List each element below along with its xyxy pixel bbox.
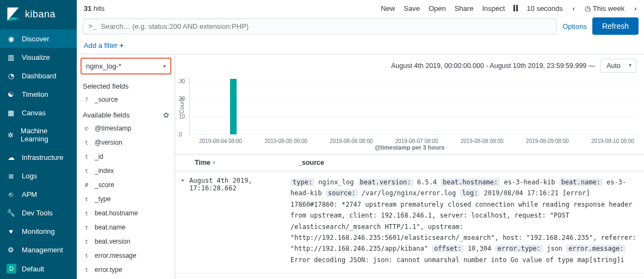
doc-row: ▸August 4th 2019, 17:16:28.662type: ngin… [175, 171, 644, 274]
field-@version[interactable]: t@version [77, 135, 175, 150]
logo[interactable]: kibana [0, 0, 77, 29]
topbar-new[interactable]: New [381, 4, 395, 13]
time-prev-icon[interactable]: ‹ [572, 4, 576, 13]
xtick: 2019-08-10 08:00 [591, 138, 634, 144]
add-filter[interactable]: Add a filter + [84, 41, 123, 49]
nav-label: Timelion [22, 90, 48, 98]
expand-icon[interactable]: ▸ [182, 177, 189, 265]
gear-icon: ⚙ [7, 245, 15, 254]
field-name: _score [95, 181, 114, 189]
nav-discover[interactable]: ◉Discover [0, 29, 77, 48]
plus-icon: + [120, 41, 124, 49]
search-box[interactable]: >_ [83, 18, 557, 34]
field-type-icon: # [83, 182, 90, 189]
search-options[interactable]: Options [562, 22, 587, 30]
nav-apm[interactable]: ⎋APM [0, 185, 77, 203]
doc-source: type: nginx_log beat.version: 6.5.4 beat… [290, 177, 637, 265]
xtick: 2019-08-07 08:00 [395, 138, 438, 144]
field-type-icon: t [83, 210, 90, 217]
chart-xcaption: @timestamp per 3 hours [175, 144, 644, 154]
field-type-icon: t [83, 168, 90, 175]
nav-label: Dev Tools [22, 209, 53, 217]
field-name: @timestamp [95, 125, 132, 132]
field-name: _source [95, 96, 118, 103]
field-type-icon: t [83, 153, 90, 160]
index-pattern-select[interactable]: nginx_log-* ▾ [81, 58, 171, 75]
field-_type[interactable]: t_type [77, 192, 175, 206]
kibana-logo-icon [5, 7, 21, 22]
hit-count: 31 hits [84, 4, 104, 13]
selected-fields-head: Selected fields [77, 78, 175, 92]
wrench-icon: 🔧 [7, 208, 15, 217]
space-label: Default [22, 265, 44, 273]
nav-label: Management [22, 246, 63, 254]
space-switcher[interactable]: D Default [0, 259, 77, 279]
field-beat.hostname[interactable]: tbeat.hostname [77, 206, 175, 220]
topbar-inspect[interactable]: Inspect [482, 4, 505, 13]
nav-canvas[interactable]: ▦Canvas [0, 103, 77, 122]
refresh-interval[interactable]: 10 seconds [527, 4, 563, 13]
nav-dashboard[interactable]: ◔Dashboard [0, 66, 77, 85]
nav-label: Machine Learning [21, 127, 70, 143]
field-_source[interactable]: ?_source [77, 92, 175, 107]
field-_score[interactable]: #_score [77, 178, 175, 192]
nav-visualize[interactable]: ▥Visualize [0, 48, 77, 66]
field-beat.name[interactable]: tbeat.name [77, 220, 175, 234]
doc-time: August 4th 2019, 17:16:28.662 [189, 177, 290, 265]
field-_index[interactable]: t_index [77, 164, 175, 178]
field-type-icon: © [83, 125, 90, 132]
bar-icon: ▥ [7, 53, 15, 61]
nav-management[interactable]: ⚙Management [0, 240, 77, 259]
histogram-chart[interactable]: Count 0102030 [175, 77, 644, 137]
nav-label: Discover [22, 35, 49, 43]
sidebar: kibana ◉Discover▥Visualize◔Dashboard☯Tim… [0, 0, 77, 279]
compass-icon: ◉ [7, 34, 15, 43]
nav-label: Canvas [22, 109, 46, 117]
nav-timelion[interactable]: ☯Timelion [0, 85, 77, 103]
field-error.message[interactable]: terror.message [77, 249, 175, 263]
field-error.type[interactable]: terror.type [77, 263, 175, 277]
field-@timestamp[interactable]: ©@timestamp [77, 121, 175, 135]
index-pattern-value: nginx_log-* [86, 62, 121, 70]
nav-logs[interactable]: ≣Logs [0, 166, 77, 185]
col-source-header[interactable]: _source [298, 159, 324, 166]
field-type-icon: t [83, 252, 90, 259]
nav-label: Monitoring [22, 227, 55, 235]
field-host.name[interactable]: thost.name [77, 277, 175, 279]
field-type-icon: t [83, 139, 90, 146]
field-type-icon: t [83, 196, 90, 203]
field-name: _index [95, 167, 114, 175]
topbar-save[interactable]: Save [404, 4, 420, 13]
doc-row: ▸August 4th 2019, 17:15:48.271type: ngin… [175, 274, 644, 279]
topbar-share[interactable]: Share [455, 4, 474, 13]
chart-bar[interactable] [230, 79, 237, 134]
interval-select[interactable]: Auto [600, 59, 636, 73]
pause-icon[interactable] [513, 5, 518, 11]
nav-ml[interactable]: ✲Machine Learning [0, 122, 77, 148]
col-time-header[interactable]: Time▾ [195, 159, 293, 166]
nav-label: Visualize [22, 53, 50, 61]
nav-label: Logs [22, 172, 37, 180]
nav-infra[interactable]: ☁Infrastructure [0, 148, 77, 166]
gauge-icon: ◔ [7, 71, 15, 80]
fields-settings-icon[interactable]: ✿ [163, 111, 169, 119]
field-name: _type [95, 195, 110, 203]
field-name: beat.version [95, 238, 130, 245]
time-range-picker[interactable]: ◷This week [585, 4, 625, 13]
field-type-icon: t [83, 266, 90, 274]
sort-desc-icon: ▾ [213, 160, 215, 165]
xtick: 2019-08-09 08:00 [526, 138, 569, 144]
field-name: _id [95, 153, 103, 160]
field-_id[interactable]: t_id [77, 150, 175, 164]
refresh-button[interactable]: Refresh [592, 17, 639, 35]
nav-monitoring[interactable]: ♥Monitoring [0, 222, 77, 240]
time-range-text: August 4th 2019, 00:00:00.000 - August 1… [391, 62, 595, 70]
field-name: beat.hostname [95, 209, 138, 217]
topbar-open[interactable]: Open [429, 4, 446, 13]
field-beat.version[interactable]: tbeat.version [77, 234, 175, 249]
nav-devtools[interactable]: 🔧Dev Tools [0, 203, 77, 222]
brand-text: kibana [25, 9, 55, 20]
time-next-icon[interactable]: › [633, 4, 637, 13]
chevron-down-icon: ▾ [163, 63, 166, 69]
search-input[interactable] [101, 22, 551, 30]
